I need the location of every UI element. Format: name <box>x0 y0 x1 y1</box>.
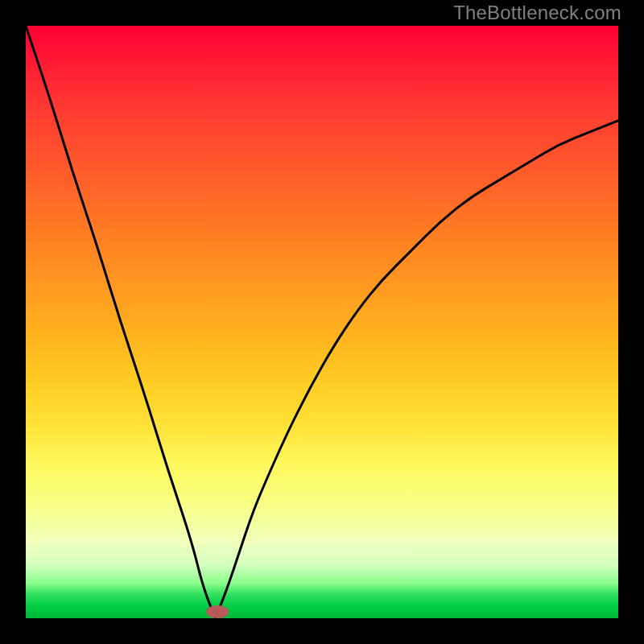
watermark-text: TheBottleneck.com <box>453 2 621 24</box>
notch-marker <box>206 605 229 618</box>
plot-area <box>26 26 618 618</box>
bottleneck-curve <box>26 26 618 618</box>
chart-frame: TheBottleneck.com <box>0 0 644 644</box>
curve-layer <box>26 26 618 618</box>
